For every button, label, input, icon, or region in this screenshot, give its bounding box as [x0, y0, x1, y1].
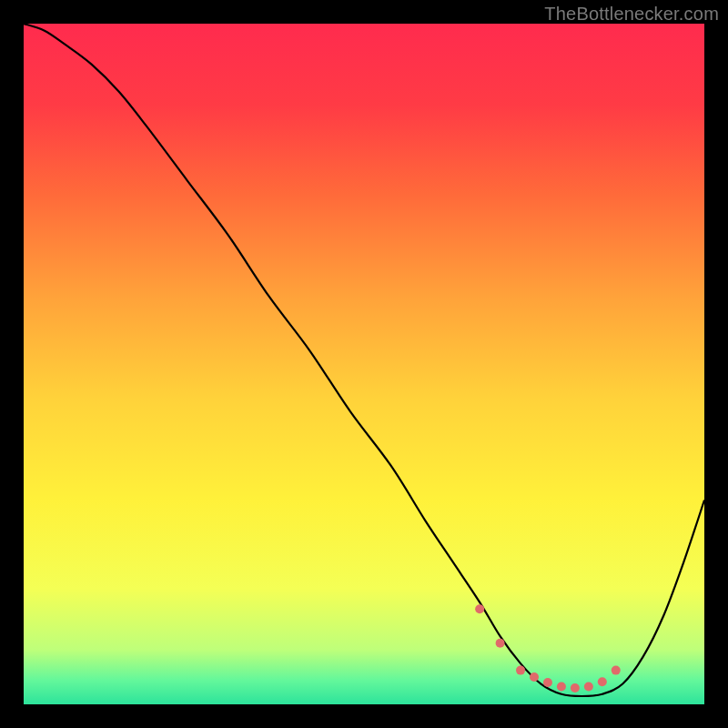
sweet-spot-dot — [584, 682, 593, 692]
gradient-background — [24, 24, 704, 704]
sweet-spot-dot — [516, 666, 525, 675]
sweet-spot-dot — [496, 639, 505, 648]
sweet-spot-dot — [557, 682, 566, 692]
chart-stage: TheBottlenecker.com — [0, 0, 728, 728]
sweet-spot-dot — [598, 677, 607, 686]
sweet-spot-dot — [543, 678, 552, 687]
attribution-text: TheBottlenecker.com — [544, 4, 719, 25]
sweet-spot-dot — [475, 604, 484, 613]
sweet-spot-dot — [571, 683, 580, 693]
plot-area — [24, 24, 704, 704]
sweet-spot-dot — [530, 672, 539, 682]
sweet-spot-dot — [612, 666, 621, 675]
chart-svg — [24, 24, 704, 704]
